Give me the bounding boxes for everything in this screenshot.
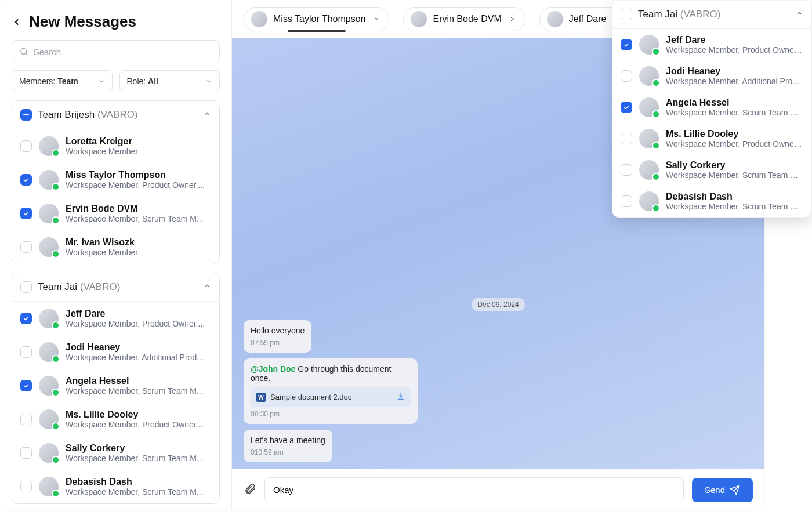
group-title: Team Jai (VABRO) bbox=[38, 281, 120, 293]
document-chip[interactable]: Sample document 2.doc bbox=[251, 387, 411, 407]
member-name: Debasish Dash bbox=[66, 477, 211, 487]
member-row[interactable]: Angela HesselWorkspace Member, Scrum Tea… bbox=[612, 92, 811, 123]
member-name: Jodi Heaney bbox=[666, 66, 803, 77]
member-row[interactable]: Loretta KreigerWorkspace Member bbox=[12, 129, 219, 163]
popover-header[interactable]: Team Jai (VABRO) bbox=[612, 1, 811, 29]
attach-button[interactable] bbox=[244, 483, 256, 498]
checkbox[interactable] bbox=[20, 241, 32, 253]
tab-label: Jeff Dare bbox=[569, 14, 607, 24]
group: Team Jai (VABRO)Jeff DareWorkspace Membe… bbox=[12, 273, 220, 504]
chat-tab[interactable]: Miss Taylor Thompson bbox=[244, 7, 389, 31]
member-role: Workspace Member, Product Owner,... bbox=[666, 45, 803, 55]
group-title: Team Brijesh (VABRO) bbox=[38, 109, 138, 121]
chat-message: Hello everyone07:59 pm bbox=[244, 320, 311, 353]
member-row[interactable]: Ms. Lillie DooleyWorkspace Member, Produ… bbox=[12, 403, 219, 436]
avatar bbox=[639, 97, 659, 117]
member-row[interactable]: Mr. Ivan WisozkWorkspace Member bbox=[12, 230, 219, 264]
close-tab-button[interactable] bbox=[371, 14, 382, 24]
group-header[interactable]: Team Jai (VABRO) bbox=[12, 273, 219, 302]
checkbox[interactable] bbox=[20, 380, 32, 392]
composer: Send bbox=[232, 469, 764, 510]
sidebar-title: New Messages bbox=[29, 13, 136, 31]
checkbox[interactable] bbox=[621, 70, 632, 82]
member-name: Sally Corkery bbox=[66, 443, 211, 454]
checkbox[interactable] bbox=[20, 281, 32, 293]
member-row[interactable]: Sally CorkeryWorkspace Member, Scrum Tea… bbox=[12, 436, 219, 470]
member-role: Workspace Member, Scrum Team M... bbox=[66, 487, 211, 496]
member-row[interactable]: Debasish DashWorkspace Member, Scrum Tea… bbox=[12, 470, 219, 503]
avatar bbox=[39, 309, 59, 328]
member-name: Ms. Lillie Dooley bbox=[666, 129, 803, 139]
checkbox[interactable] bbox=[20, 208, 32, 219]
collapse-button[interactable] bbox=[795, 9, 803, 20]
member-role: Workspace Member, Scrum Team M... bbox=[666, 171, 803, 180]
close-tab-button[interactable] bbox=[507, 14, 518, 24]
checkbox[interactable] bbox=[621, 102, 632, 113]
member-row[interactable]: Sally CorkeryWorkspace Member, Scrum Tea… bbox=[612, 154, 811, 186]
member-name: Miss Taylor Thompson bbox=[66, 170, 211, 180]
checkbox[interactable] bbox=[621, 133, 632, 144]
member-name: Angela Hessel bbox=[666, 97, 803, 108]
checkbox[interactable] bbox=[20, 447, 32, 459]
checkbox[interactable] bbox=[20, 481, 32, 492]
popover-group-checkbox[interactable] bbox=[621, 9, 632, 20]
checkbox[interactable] bbox=[20, 346, 32, 358]
member-role: Workspace Member, Product Owner,... bbox=[666, 139, 803, 148]
checkbox[interactable] bbox=[20, 174, 32, 186]
message-input[interactable] bbox=[264, 477, 684, 502]
checkbox[interactable] bbox=[20, 140, 32, 152]
download-icon[interactable] bbox=[397, 392, 405, 402]
collapse-button[interactable] bbox=[203, 282, 211, 292]
send-button[interactable]: Send bbox=[692, 478, 753, 502]
member-role: Workspace Member, Scrum Team M... bbox=[66, 386, 211, 396]
checkbox[interactable] bbox=[20, 313, 32, 324]
avatar bbox=[639, 160, 659, 180]
avatar bbox=[39, 443, 59, 463]
member-row[interactable]: Ervin Bode DVMWorkspace Member, Scrum Te… bbox=[12, 197, 219, 230]
search-input-wrap[interactable] bbox=[12, 40, 220, 63]
member-name: Jeff Dare bbox=[66, 309, 211, 319]
member-row[interactable]: Jeff DareWorkspace Member, Product Owner… bbox=[612, 29, 811, 60]
message-time: 010:59 am bbox=[251, 448, 325, 456]
filter-role[interactable]: Role: All bbox=[119, 70, 220, 92]
member-row[interactable]: Angela HesselWorkspace Member, Scrum Tea… bbox=[12, 369, 219, 403]
member-name: Mr. Ivan Wisozk bbox=[66, 237, 211, 248]
checkbox[interactable] bbox=[20, 109, 32, 121]
member-name: Debasish Dash bbox=[666, 191, 803, 202]
member-name: Jodi Heaney bbox=[66, 342, 211, 353]
member-row[interactable]: Jeff DareWorkspace Member, Product Owner… bbox=[12, 302, 219, 335]
checkbox[interactable] bbox=[621, 195, 632, 207]
avatar bbox=[639, 35, 659, 55]
member-role: Workspace Member, Scrum Team M... bbox=[66, 214, 211, 223]
member-role: Workspace Member, Additional Prod... bbox=[666, 77, 803, 86]
mention[interactable]: @John Doe bbox=[251, 364, 295, 374]
chat-message: @John Doe Go through this document once.… bbox=[244, 358, 418, 424]
avatar bbox=[39, 342, 59, 362]
chat-tab[interactable]: Ervin Bode DVM bbox=[403, 7, 525, 31]
back-icon[interactable] bbox=[12, 17, 22, 27]
search-input[interactable] bbox=[34, 47, 212, 57]
avatar bbox=[39, 409, 59, 429]
avatar bbox=[639, 66, 659, 86]
paperclip-icon bbox=[244, 483, 256, 495]
avatar bbox=[39, 204, 59, 223]
member-name: Angela Hessel bbox=[66, 376, 211, 386]
member-role: Workspace Member, Scrum Team M... bbox=[66, 454, 211, 463]
checkbox[interactable] bbox=[20, 414, 32, 425]
member-row[interactable]: Miss Taylor ThompsonWorkspace Member, Pr… bbox=[12, 163, 219, 197]
checkbox[interactable] bbox=[621, 164, 632, 176]
member-row[interactable]: Jodi HeaneyWorkspace Member, Additional … bbox=[612, 60, 811, 92]
member-role: Workspace Member bbox=[66, 248, 211, 257]
checkbox[interactable] bbox=[621, 39, 632, 50]
member-role: Workspace Member bbox=[66, 147, 211, 156]
collapse-button[interactable] bbox=[203, 110, 211, 120]
member-row[interactable]: Debasish DashWorkspace Member, Scrum Tea… bbox=[612, 186, 811, 217]
member-row[interactable]: Jodi HeaneyWorkspace Member, Additional … bbox=[12, 335, 219, 369]
avatar bbox=[547, 11, 563, 27]
member-role: Workspace Member, Additional Prod... bbox=[66, 353, 211, 362]
member-name: Loretta Kreiger bbox=[66, 136, 211, 147]
member-row[interactable]: Ms. Lillie DooleyWorkspace Member, Produ… bbox=[612, 123, 811, 154]
group-header[interactable]: Team Brijesh (VABRO) bbox=[12, 101, 219, 129]
filter-members[interactable]: Members: Team bbox=[12, 70, 113, 92]
member-name: Ms. Lillie Dooley bbox=[66, 409, 211, 420]
